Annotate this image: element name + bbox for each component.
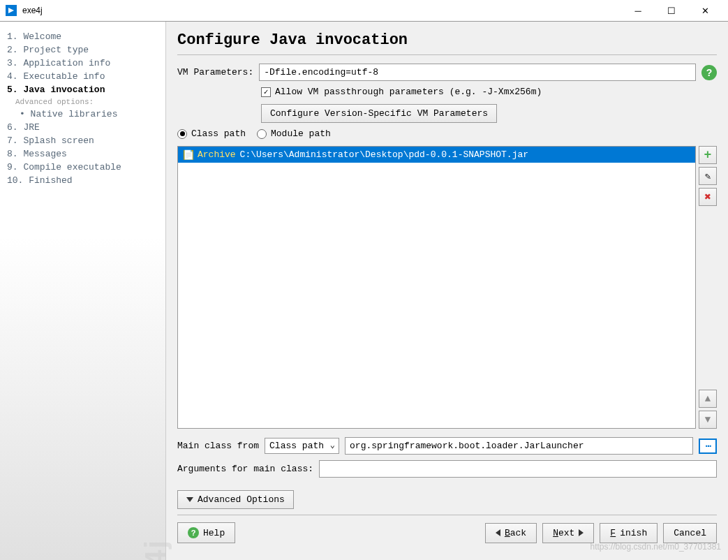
sidebar-item-jre[interactable]: 6. JRE [7,121,158,134]
sidebar-item-project-type[interactable]: 2. Project type [7,43,158,57]
sidebar-item-welcome[interactable]: 1. Welcome [7,30,158,43]
titlebar: exe4j ─ ☐ ✕ [0,0,728,21]
back-button[interactable]: Back [485,523,537,543]
archive-icon: 📄 [184,150,193,160]
maximize-button[interactable]: ☐ [661,3,682,17]
sidebar-item-finished[interactable]: 10. Finished [7,174,158,187]
arguments-input[interactable] [319,460,717,478]
sidebar-item-java-invocation[interactable]: 5. Java invocation [7,83,158,96]
move-up-button[interactable]: ▲ [699,390,717,408]
vm-params-input[interactable] [259,64,696,81]
sidebar-item-application-info[interactable]: 3. Application info [7,57,158,70]
move-down-button[interactable]: ▼ [699,411,717,429]
window-title: exe4j [22,6,627,15]
radio-icon [177,129,187,139]
allow-passthrough-label: Allow VM passthrough parameters (e.g. -J… [275,87,542,97]
app-icon [6,5,17,16]
sidebar-subitem-native-libraries[interactable]: • Native libraries [7,108,158,121]
page-title: Configure Java invocation [177,31,717,49]
edit-button[interactable]: ✎ [699,167,717,185]
sidebar-advanced-label: Advanced options: [7,96,158,108]
help-icon: ? [188,527,199,538]
class-path-radio[interactable]: Class path [177,128,246,139]
triangle-left-icon [496,529,500,536]
help-button[interactable]: ? Help [177,522,235,543]
triangle-down-icon [186,497,193,502]
main-class-input[interactable] [345,437,693,455]
content-panel: Configure Java invocation VM Parameters:… [165,22,728,560]
divider [177,54,717,55]
vm-params-label: VM Parameters: [177,67,253,78]
main-class-label: Main class from [177,441,259,451]
delete-button[interactable]: ✖ [699,188,717,206]
cancel-button[interactable]: Cancel [663,523,717,543]
finish-button[interactable]: Finish [600,523,658,543]
sidebar-item-executable-info[interactable]: 4. Executable info [7,70,158,83]
browse-button[interactable]: ⋯ [699,439,717,454]
sidebar-watermark: exe4j [139,539,172,560]
next-button[interactable]: Next [542,523,594,543]
triangle-right-icon [579,529,584,536]
allow-passthrough-checkbox[interactable] [261,87,271,97]
advanced-options-button[interactable]: Advanced Options [177,490,294,509]
classpath-listbox[interactable]: 📄 Archive C:\Users\Administrator\Desktop… [177,146,696,429]
sidebar-item-splash-screen[interactable]: 7. Splash screen [7,134,158,147]
configure-version-button[interactable]: Configure Version-Specific VM Parameters [261,104,497,123]
sidebar: 1. Welcome 2. Project type 3. Applicatio… [0,22,165,560]
add-button[interactable]: + [699,146,717,164]
main-class-select[interactable]: Class path [265,438,339,454]
help-icon[interactable]: ? [701,65,717,80]
sidebar-item-compile-executable[interactable]: 9. Compile executable [7,161,158,174]
module-path-radio[interactable]: Module path [257,128,331,139]
list-item[interactable]: 📄 Archive C:\Users\Administrator\Desktop… [178,147,695,163]
sidebar-item-messages[interactable]: 8. Messages [7,147,158,161]
arguments-label: Arguments for main class: [177,464,313,474]
minimize-button[interactable]: ─ [627,3,648,17]
close-button[interactable]: ✕ [694,3,715,17]
radio-icon [257,129,267,139]
watermark-url: https://blog.csdn.net/m0_37701381 [590,542,721,552]
